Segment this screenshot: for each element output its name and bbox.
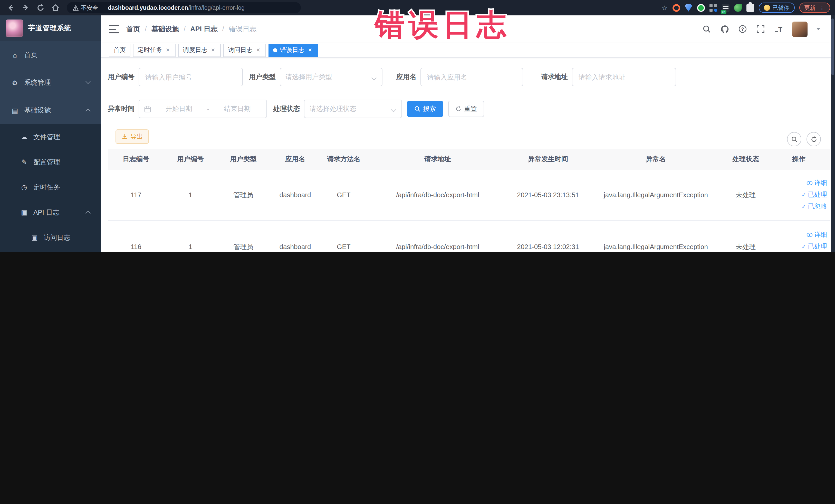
browser-toolbar: 不安全 dashboard.yudao.iocoder.cn/infra/log… xyxy=(0,0,835,15)
tab-home[interactable]: 首页 xyxy=(109,43,130,57)
forward-icon[interactable] xyxy=(22,4,30,12)
sidebar-item-access-log[interactable]: ▣ 访问日志 xyxy=(0,225,101,250)
home-icon[interactable] xyxy=(51,4,60,12)
filter-row-1: 用户编号 用户类型 请选择用户类型 应用名 请求地址 xyxy=(108,68,676,86)
check-icon: ✓ xyxy=(802,191,806,198)
main-content: 首页 / 基础设施 / API 日志 / 错误日志 ? T xyxy=(101,15,830,252)
breadcrumb-error-log: 错误日志 xyxy=(229,24,257,34)
extension-icon-leaf[interactable] xyxy=(734,4,741,12)
close-icon[interactable]: ✕ xyxy=(255,47,261,53)
tab-access-log[interactable]: 访问日志✕ xyxy=(223,43,266,57)
security-status[interactable]: 不安全 xyxy=(73,4,98,12)
request-url-label: 请求地址 xyxy=(541,73,568,82)
user-id-input[interactable] xyxy=(139,68,243,86)
app-name-input[interactable] xyxy=(421,68,523,86)
filter-row-2: 异常时间 开始日期 - 结束日期 处理状态 请选择处理状态 搜索 重置 xyxy=(108,100,484,118)
sidebar-item-api-log[interactable]: ▣ API 日志 xyxy=(0,200,101,225)
user-type-select[interactable]: 请选择用户类型 xyxy=(280,68,383,86)
date-end-placeholder: 结束日期 xyxy=(213,104,261,114)
download-icon xyxy=(122,134,128,140)
extensions-puzzle-icon[interactable] xyxy=(746,4,754,12)
help-icon[interactable]: ? xyxy=(738,24,747,34)
security-label: 不安全 xyxy=(81,4,98,12)
extension-icon-green-v[interactable] xyxy=(697,4,705,12)
mark-processed-link[interactable]: ✓已处理 xyxy=(802,242,827,251)
browser-actions: ☆ on 已暂停 更新 ⋮ xyxy=(662,3,835,13)
home-icon: ⌂ xyxy=(10,51,20,59)
breadcrumb-infrastructure[interactable]: 基础设施 xyxy=(151,24,179,34)
bookmark-star-icon[interactable]: ☆ xyxy=(662,4,668,12)
mark-ignored-link[interactable]: ✓已忽略 xyxy=(802,202,827,211)
sidebar-item-scheduled-tasks[interactable]: ◷ 定时任务 xyxy=(0,175,101,200)
extension-icon-grid[interactable] xyxy=(709,4,717,12)
address-bar[interactable]: 不安全 dashboard.yudao.iocoder.cn/infra/log… xyxy=(67,2,301,13)
edit-icon: ✎ xyxy=(20,158,29,166)
tags-view: 首页 定时任务✕ 调度日志✕ 访问日志✕ 错误日志✕ xyxy=(101,43,830,58)
access-log-icon: ▣ xyxy=(30,234,39,241)
sidebar-item-infrastructure[interactable]: ▤ 基础设施 xyxy=(0,97,101,124)
close-icon[interactable]: ✕ xyxy=(210,47,216,53)
back-icon[interactable] xyxy=(7,4,15,12)
table-row: 116 1 管理员 dashboard GET /api/infra/db-do… xyxy=(108,221,830,252)
exception-time-label: 异常时间 xyxy=(108,104,135,114)
process-status-select[interactable]: 请选择处理状态 xyxy=(304,100,402,118)
file-upload-icon: ☁ xyxy=(20,133,29,141)
url-path: /infra/log/api-error-log xyxy=(188,5,245,11)
paused-badge[interactable]: 已暂停 xyxy=(758,3,794,13)
reload-icon[interactable] xyxy=(37,4,45,12)
sidebar-item-home[interactable]: ⌂ 首页 xyxy=(0,41,101,69)
check-icon: ✓ xyxy=(802,243,806,250)
status-badge: 未处理 xyxy=(724,190,768,200)
sidebar-toggle-icon[interactable] xyxy=(109,25,119,33)
tab-scheduled-tasks[interactable]: 定时任务✕ xyxy=(133,43,176,57)
detail-link[interactable]: 详细 xyxy=(807,179,827,187)
avatar[interactable] xyxy=(792,21,807,37)
app-name-label: 应用名 xyxy=(396,73,416,82)
tab-schedule-log[interactable]: 调度日志✕ xyxy=(178,43,221,57)
extension-icon-on-badge[interactable]: on xyxy=(721,4,729,12)
request-url-input[interactable] xyxy=(572,68,676,86)
breadcrumb-api-log[interactable]: API 日志 xyxy=(190,24,218,34)
eye-icon xyxy=(807,233,813,237)
sidebar-item-file-management[interactable]: ☁ 文件管理 xyxy=(0,124,101,149)
date-start-placeholder: 开始日期 xyxy=(155,104,203,114)
refresh-table-button[interactable] xyxy=(807,132,821,146)
infrastructure-submenu: ☁ 文件管理 ✎ 配置管理 ◷ 定时任务 ▣ API 日志 ▣ xyxy=(0,124,101,252)
extension-icon-orange[interactable] xyxy=(672,4,680,12)
scrollbar-thumb[interactable] xyxy=(831,19,834,75)
tab-error-log[interactable]: 错误日志✕ xyxy=(268,43,318,57)
logo-image xyxy=(6,20,23,37)
chevron-up-icon xyxy=(85,108,90,114)
reset-button[interactable]: 重置 xyxy=(448,101,484,117)
export-button[interactable]: 导出 xyxy=(116,129,149,144)
search-icon[interactable] xyxy=(702,24,711,34)
sidebar-item-system-management[interactable]: ⚙ 系统管理 xyxy=(0,69,101,97)
mark-processed-link[interactable]: ✓已处理 xyxy=(802,190,827,199)
table-row: 117 1 管理员 dashboard GET /api/infra/db-do… xyxy=(108,169,830,221)
active-dot xyxy=(273,48,277,52)
emoji-face-icon xyxy=(763,5,770,11)
navbar: 首页 / 基础设施 / API 日志 / 错误日志 ? T xyxy=(101,15,830,43)
extension-icon-blue-gem[interactable] xyxy=(685,4,692,12)
chevron-down-icon[interactable] xyxy=(816,28,820,30)
app-logo-row[interactable]: 芋道管理系统 xyxy=(0,15,101,41)
breadcrumb-home[interactable]: 首页 xyxy=(126,24,140,34)
date-range-picker[interactable]: 开始日期 - 结束日期 xyxy=(139,100,267,118)
search-icon xyxy=(414,106,421,112)
app-frame: 芋道管理系统 ⌂ 首页 ⚙ 系统管理 ▤ 基础设施 ☁ 文件管理 xyxy=(0,15,835,252)
check-icon: ✓ xyxy=(802,203,806,210)
search-button[interactable]: 搜索 xyxy=(407,101,443,117)
sidebar-item-config-management[interactable]: ✎ 配置管理 xyxy=(0,149,101,175)
browser-menu-icon[interactable]: ⋮ xyxy=(819,4,825,11)
close-icon[interactable]: ✕ xyxy=(165,47,171,53)
close-icon[interactable]: ✕ xyxy=(307,47,313,53)
github-icon[interactable] xyxy=(720,24,729,34)
toggle-search-button[interactable] xyxy=(787,132,801,146)
detail-link[interactable]: 详细 xyxy=(807,230,827,239)
fullscreen-icon[interactable] xyxy=(756,24,765,34)
font-size-icon[interactable]: T xyxy=(774,24,783,34)
browser-scrollbar[interactable] xyxy=(830,15,835,252)
sidebar-item-error-log[interactable]: ▣ 错误日志 xyxy=(0,250,101,252)
breadcrumb: 首页 / 基础设施 / API 日志 / 错误日志 xyxy=(126,24,257,34)
update-badge[interactable]: 更新 ⋮ xyxy=(799,3,830,13)
